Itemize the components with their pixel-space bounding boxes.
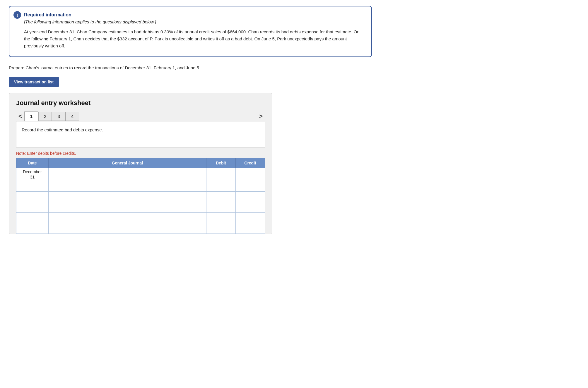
tab-row: < 1 2 3 4 > <box>16 111 265 121</box>
info-box: ! Required information [The following in… <box>9 6 372 57</box>
col-date: Date <box>16 158 49 168</box>
view-transaction-button[interactable]: View transaction list <box>9 77 59 87</box>
input-credit-1[interactable] <box>237 171 263 177</box>
input-journal-3[interactable] <box>50 194 204 200</box>
cell-date-5 <box>16 213 49 223</box>
worksheet-container: Journal entry worksheet < 1 2 3 4 > Reco… <box>9 93 272 234</box>
input-credit-5[interactable] <box>237 215 263 221</box>
table-row <box>16 213 265 223</box>
cell-credit-6[interactable] <box>236 223 265 234</box>
journal-table: Date General Journal Debit Credit Decemb… <box>16 158 265 234</box>
tab-prev-button[interactable]: < <box>16 112 24 121</box>
cell-journal-4[interactable] <box>49 202 206 213</box>
cell-date-6 <box>16 223 49 234</box>
input-debit-1[interactable] <box>208 171 234 177</box>
tab-1[interactable]: 1 <box>24 111 38 121</box>
input-credit-4[interactable] <box>237 205 263 210</box>
input-debit-5[interactable] <box>208 215 234 221</box>
note-text: Note: Enter debits before credits. <box>16 151 265 156</box>
input-journal-2[interactable] <box>50 183 204 189</box>
question-text: Prepare Chan's journal entries to record… <box>9 65 372 70</box>
table-row <box>16 202 265 213</box>
cell-debit-2[interactable] <box>206 181 236 192</box>
input-debit-6[interactable] <box>208 226 234 231</box>
tab-2[interactable]: 2 <box>38 112 52 121</box>
table-row <box>16 223 265 234</box>
input-debit-2[interactable] <box>208 183 234 189</box>
cell-debit-6[interactable] <box>206 223 236 234</box>
input-journal-1[interactable] <box>50 171 204 177</box>
col-credit: Credit <box>236 158 265 168</box>
cell-credit-5[interactable] <box>236 213 265 223</box>
exclamation-icon: ! <box>13 11 21 19</box>
cell-credit-3[interactable] <box>236 192 265 202</box>
input-journal-4[interactable] <box>50 205 204 210</box>
input-debit-4[interactable] <box>208 205 234 210</box>
cell-date-2 <box>16 181 49 192</box>
required-information-title: Required information <box>24 12 363 18</box>
input-journal-5[interactable] <box>50 215 204 221</box>
input-credit-3[interactable] <box>237 194 263 200</box>
cell-journal-2[interactable] <box>49 181 206 192</box>
tab-next-button[interactable]: > <box>257 112 265 121</box>
input-journal-6[interactable] <box>50 226 204 231</box>
cell-debit-5[interactable] <box>206 213 236 223</box>
cell-debit-1[interactable] <box>206 168 236 181</box>
table-row <box>16 181 265 192</box>
input-debit-3[interactable] <box>208 194 234 200</box>
cell-debit-3[interactable] <box>206 192 236 202</box>
cell-date-4 <box>16 202 49 213</box>
table-row: December31 <box>16 168 265 181</box>
col-general-journal: General Journal <box>49 158 206 168</box>
cell-journal-6[interactable] <box>49 223 206 234</box>
cell-journal-3[interactable] <box>49 192 206 202</box>
cell-credit-1[interactable] <box>236 168 265 181</box>
cell-credit-2[interactable] <box>236 181 265 192</box>
cell-date-1: December31 <box>16 168 49 181</box>
info-body-text: At year-end December 31, Chan Company es… <box>24 28 363 49</box>
table-row <box>16 192 265 202</box>
worksheet-title: Journal entry worksheet <box>16 99 265 107</box>
tab-3[interactable]: 3 <box>52 112 65 121</box>
col-debit: Debit <box>206 158 236 168</box>
cell-journal-5[interactable] <box>49 213 206 223</box>
cell-journal-1[interactable] <box>49 168 206 181</box>
cell-debit-4[interactable] <box>206 202 236 213</box>
input-credit-2[interactable] <box>237 183 263 189</box>
tab-4[interactable]: 4 <box>66 112 79 121</box>
input-credit-6[interactable] <box>237 226 263 231</box>
instruction-box: Record the estimated bad debts expense. <box>16 121 265 147</box>
applies-to-text: [The following information applies to th… <box>24 19 363 24</box>
cell-credit-4[interactable] <box>236 202 265 213</box>
table-header-row: Date General Journal Debit Credit <box>16 158 265 168</box>
cell-date-3 <box>16 192 49 202</box>
